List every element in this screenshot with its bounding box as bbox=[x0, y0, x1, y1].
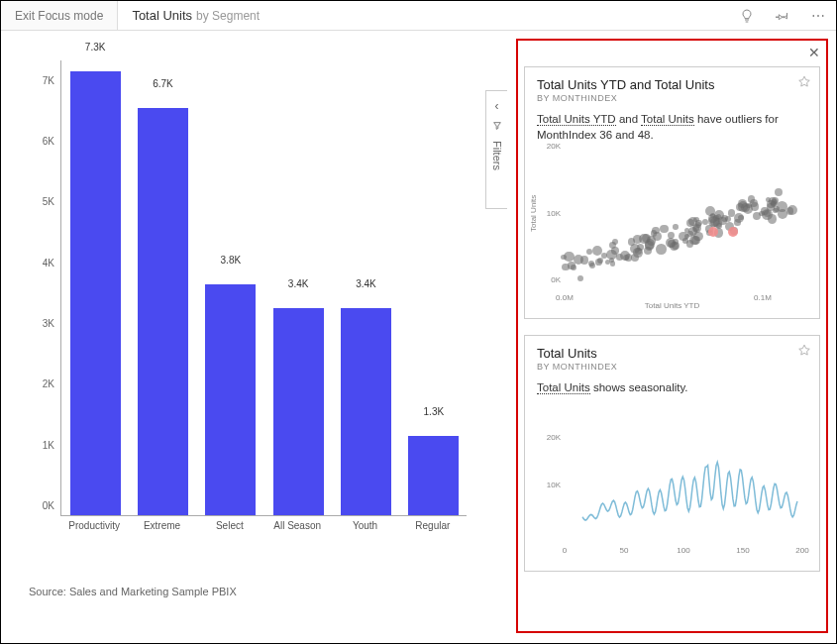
source-label: Source: Sales and Marketing Sample PBIX bbox=[29, 586, 237, 597]
x-tick-label: Regular bbox=[415, 520, 450, 531]
toolbar: Exit Focus mode Total Units by Segment ⋯ bbox=[1, 1, 836, 31]
y-tick: 7K bbox=[43, 74, 54, 85]
pin-icon[interactable] bbox=[797, 75, 811, 92]
insight-subtitle: BY MONTHINDEX bbox=[537, 362, 807, 372]
plot-area: 7.3K6.7K3.8K3.4K3.4K1.3K bbox=[60, 60, 467, 516]
mini-x-label: Total Units YTD bbox=[645, 301, 699, 310]
filters-pane-toggle[interactable]: ‹ Filters bbox=[485, 90, 507, 209]
bar[interactable] bbox=[138, 108, 188, 515]
bar[interactable] bbox=[273, 308, 324, 515]
x-tick-label: Youth bbox=[353, 520, 377, 531]
insights-panel: ✕ Total Units YTD and Total Units BY MON… bbox=[516, 39, 828, 633]
outlier-point bbox=[728, 227, 738, 237]
scatter-point bbox=[601, 253, 607, 259]
scatter-point bbox=[734, 213, 744, 223]
scatter-point bbox=[656, 244, 666, 254]
x-tick-label: All Season bbox=[273, 520, 321, 531]
pin-icon[interactable] bbox=[797, 344, 811, 361]
scatter-point bbox=[775, 188, 783, 196]
scatter-point bbox=[561, 255, 567, 261]
scatter-point bbox=[768, 214, 777, 223]
scatter-chart: 0K10K20K Total Units Total Units YTD 0.0… bbox=[537, 155, 807, 308]
bar-value-label: 3.4K bbox=[356, 278, 376, 293]
pin-icon[interactable] bbox=[765, 1, 800, 30]
more-icon[interactable]: ⋯ bbox=[800, 1, 836, 30]
scatter-point bbox=[589, 263, 596, 269]
x-tick-label: Productivity bbox=[68, 520, 120, 531]
scatter-point bbox=[610, 261, 616, 267]
mini-y-axis: 10K20K bbox=[537, 407, 563, 541]
scatter-point bbox=[702, 219, 708, 225]
exit-focus-label: Exit Focus mode bbox=[15, 9, 103, 23]
insight-description: Total Units shows seasonality. bbox=[537, 379, 807, 395]
insight-card-outliers: Total Units YTD and Total Units BY MONTH… bbox=[524, 66, 820, 319]
y-tick: 5K bbox=[43, 196, 54, 207]
insight-card-seasonality: Total Units BY MONTHINDEX Total Units sh… bbox=[524, 335, 820, 572]
y-tick: 1K bbox=[43, 439, 54, 450]
y-tick: 0K bbox=[43, 500, 54, 511]
mini-plot bbox=[565, 155, 803, 288]
x-tick-label: Select bbox=[216, 520, 244, 531]
bar-chart: 0K1K2K3K4K5K6K7K 7.3K6.7K3.8K3.4K3.4K1.3… bbox=[31, 60, 467, 556]
scatter-point bbox=[595, 259, 602, 266]
close-icon[interactable]: ✕ bbox=[808, 45, 820, 60]
line-chart: 10K20K 050100150200 bbox=[537, 407, 807, 561]
mini-y-label: Total Units bbox=[529, 194, 538, 231]
bar-value-label: 7.3K bbox=[85, 42, 106, 56]
bulb-icon[interactable] bbox=[729, 1, 765, 30]
title-main: Total Units bbox=[132, 8, 192, 23]
scatter-point bbox=[580, 256, 589, 265]
scatter-point bbox=[777, 201, 787, 212]
scatter-point bbox=[773, 208, 778, 213]
scatter-point bbox=[693, 225, 699, 231]
scatter-point bbox=[748, 195, 755, 202]
insight-title: Total Units YTD and Total Units bbox=[537, 77, 807, 92]
scatter-point bbox=[644, 247, 652, 255]
y-tick: 2K bbox=[43, 378, 54, 389]
main-area: 0K1K2K3K4K5K6K7K 7.3K6.7K3.8K3.4K3.4K1.3… bbox=[1, 31, 836, 643]
insight-title: Total Units bbox=[537, 346, 807, 361]
mini-plot bbox=[565, 407, 803, 541]
scatter-point bbox=[577, 275, 583, 281]
filter-icon bbox=[492, 121, 502, 133]
x-tick-label: Extreme bbox=[144, 520, 180, 531]
scatter-point bbox=[651, 230, 657, 236]
scatter-point bbox=[586, 249, 592, 255]
bar[interactable] bbox=[341, 308, 391, 515]
y-tick: 4K bbox=[43, 257, 54, 268]
bar[interactable] bbox=[205, 284, 256, 515]
outlier-point bbox=[708, 227, 718, 237]
insight-description: Total Units YTD and Total Units have out… bbox=[537, 111, 807, 143]
scatter-point bbox=[562, 264, 569, 270]
y-tick: 3K bbox=[43, 318, 54, 329]
visual-title: Total Units by Segment bbox=[118, 1, 273, 30]
y-tick: 6K bbox=[43, 136, 54, 147]
chevron-left-icon: ‹ bbox=[495, 99, 499, 113]
bar-value-label: 3.4K bbox=[288, 278, 309, 293]
scatter-point bbox=[631, 254, 640, 263]
scatter-point bbox=[673, 224, 678, 229]
title-sub: by Segment bbox=[196, 9, 260, 23]
scatter-point bbox=[633, 235, 641, 243]
bar[interactable] bbox=[70, 71, 121, 515]
x-axis: ProductivityExtremeSelectAll SeasonYouth… bbox=[60, 520, 467, 536]
bar-value-label: 3.8K bbox=[221, 255, 242, 269]
scatter-point bbox=[609, 242, 616, 249]
scatter-point bbox=[786, 207, 793, 214]
bar-value-label: 1.3K bbox=[424, 406, 445, 421]
bar[interactable] bbox=[408, 436, 459, 515]
filters-label: Filters bbox=[491, 141, 503, 170]
exit-focus-button[interactable]: Exit Focus mode bbox=[1, 1, 118, 30]
bar-value-label: 6.7K bbox=[153, 78, 173, 93]
insight-subtitle: BY MONTHINDEX bbox=[537, 93, 807, 103]
scatter-point bbox=[571, 265, 576, 270]
scatter-point bbox=[668, 232, 675, 239]
mini-y-axis: 0K10K20K bbox=[537, 155, 563, 288]
scatter-point bbox=[630, 244, 640, 254]
scatter-point bbox=[761, 207, 768, 214]
scatter-point bbox=[660, 225, 669, 234]
scatter-point bbox=[691, 236, 700, 245]
y-axis: 0K1K2K3K4K5K6K7K bbox=[31, 60, 58, 516]
